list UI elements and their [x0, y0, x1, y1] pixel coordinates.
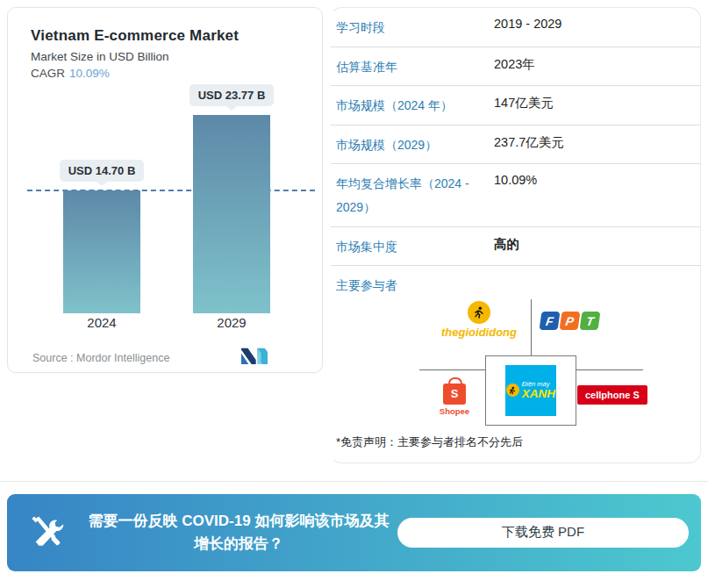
shopee-logo: S Shopee	[430, 378, 479, 416]
chart-source-row: Source : Mordor Intelligence	[32, 347, 304, 369]
x-axis-labels: 2024 2029	[27, 313, 322, 334]
bar-2029: USD 23.77 B	[192, 84, 271, 313]
fpt-letter-p: P	[560, 312, 581, 330]
fact-label: 估算基准年	[336, 55, 494, 79]
cellphones-wordmark: cellphone S	[577, 385, 647, 405]
bar-2024: USD 14.70 B	[62, 160, 141, 313]
market-chart-card: Vietnam E-commerce Market Market Size in…	[7, 7, 323, 373]
fact-row-study-period: 学习时段 2019 - 2029	[331, 8, 700, 47]
section-divider	[0, 481, 708, 482]
covid-report-banner: 需要一份反映 COVID-19 如何影响该市场及其增长的报告？ 下载免费 PDF	[7, 494, 701, 571]
chart-subtitle: Market Size in USD Billion	[31, 50, 322, 63]
xanh-text: XANH	[522, 388, 555, 400]
tools-icon	[28, 513, 65, 553]
fact-row-market-size-2029: 市场规模（2029） 237.7亿美元	[331, 125, 700, 165]
fact-label: 学习时段	[336, 16, 494, 39]
chart-title: Vietnam E-commerce Market	[31, 27, 322, 45]
fact-row-cagr: 年均复合增长率（2024 - 2029） 10.09%	[331, 164, 700, 226]
shopee-bag-icon: S	[443, 384, 466, 405]
fact-value: 高的	[494, 235, 519, 259]
cellphones-logo: cellphone S	[577, 385, 647, 405]
source-text: Source : Mordor Intelligence	[32, 352, 169, 364]
fpt-letter-f: F	[540, 312, 561, 330]
fact-row-base-year: 估算基准年 2023年	[331, 47, 700, 87]
thegioididong-wordmark: thegioididong	[441, 326, 517, 339]
banner-question-text: 需要一份反映 COVID-19 如何影响该市场及其增长的报告？	[84, 510, 393, 555]
thegioididong-logo: thegioididong	[426, 301, 532, 339]
fact-label: 主要参与者	[336, 274, 494, 298]
fpt-letter-t: T	[580, 312, 601, 330]
chart-cagr: CAGR10.09%	[31, 67, 322, 80]
fact-row-major-players: 主要参与者 thegioididong F P T S	[331, 266, 700, 429]
cagr-label: CAGR	[31, 67, 65, 80]
runner-icon	[506, 384, 519, 397]
bar-2029-value-label: USD 23.77 B	[190, 84, 275, 106]
bar-chart-plot: USD 14.70 B USD 23.77 B	[27, 87, 315, 313]
fact-label: 市场规模（2029）	[336, 133, 494, 157]
fact-value: 10.09%	[494, 172, 537, 219]
dienmay-xanh-logo: Điện máy XANH	[505, 365, 556, 416]
fact-value: 2019 - 2029	[494, 16, 561, 39]
fact-label: 市场规模（2024 年）	[336, 94, 494, 118]
shopee-wordmark: Shopee	[440, 406, 469, 416]
chart-header: Vietnam E-commerce Market Market Size in…	[8, 22, 322, 80]
fact-value: 147亿美元	[494, 94, 554, 118]
bar-2024-fill	[63, 190, 140, 313]
runner-icon	[468, 301, 490, 324]
players-disclaimer: *免责声明：主要参与者排名不分先后	[331, 429, 700, 463]
x-label-2024: 2024	[62, 315, 141, 330]
bar-2024-value-label: USD 14.70 B	[60, 160, 145, 182]
bar-2029-fill	[193, 115, 270, 313]
analysis-section: 越南电子商务市场分析 2024年越南电子商务市场规模预计为147亿美元，预计到2…	[0, 571, 708, 588]
fact-row-market-size-2024: 市场规模（2024 年） 147亿美元	[331, 86, 700, 125]
fpt-logo: F P T	[540, 312, 599, 330]
top-section: Vietnam E-commerce Market Market Size in…	[0, 0, 708, 470]
fact-label: 年均复合增长率（2024 - 2029）	[336, 172, 494, 219]
fact-row-market-concentration: 市场集中度 高的	[331, 227, 700, 267]
fact-label: 市场集中度	[336, 235, 494, 259]
download-free-pdf-button[interactable]: 下载免费 PDF	[397, 518, 689, 548]
fact-value: 237.7亿美元	[494, 133, 564, 157]
major-players-diagram: thegioididong F P T S Shopee	[402, 298, 693, 429]
cagr-value: 10.09%	[69, 67, 110, 80]
fact-value: 2023年	[494, 55, 535, 79]
x-label-2029: 2029	[192, 315, 271, 330]
dienmay-xanh-box: Điện máy XANH	[485, 355, 576, 426]
mordor-intelligence-logo-icon	[241, 347, 268, 369]
key-facts-panel: 学习时段 2019 - 2029 估算基准年 2023年 市场规模（2024 年…	[330, 7, 701, 463]
